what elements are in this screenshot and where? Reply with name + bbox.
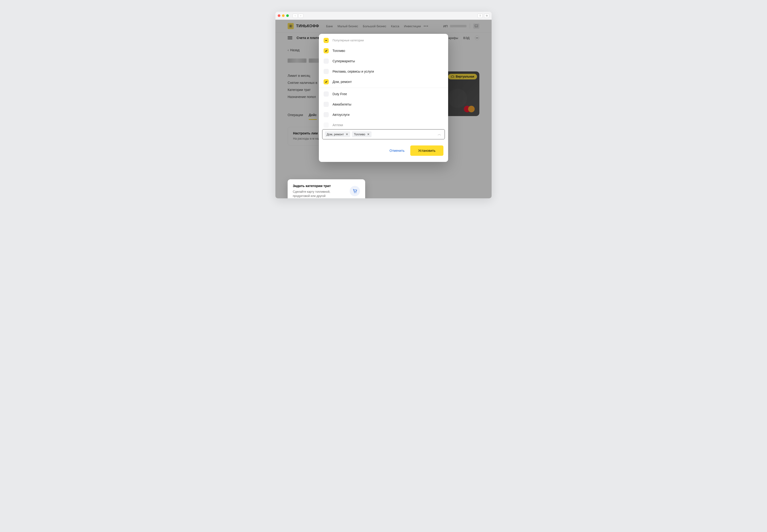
share-icon[interactable]: ⇪ bbox=[477, 14, 483, 18]
checkbox-checked-icon[interactable] bbox=[324, 48, 329, 53]
category-label: Дом, ремонт bbox=[333, 80, 352, 84]
category-label: Топливо bbox=[333, 49, 345, 53]
category-row[interactable]: Автоуслуги bbox=[319, 110, 448, 120]
modal-actions: Отменить Установить bbox=[319, 139, 448, 160]
category-label: Duty Free bbox=[333, 92, 347, 96]
checkbox-icon[interactable] bbox=[324, 69, 329, 74]
category-label: Реклама, сервисы и услуги bbox=[333, 70, 374, 73]
category-row[interactable]: Топливо bbox=[319, 46, 448, 56]
chip-remove-icon[interactable]: ✕ bbox=[367, 133, 370, 136]
group-label: Популярные категории bbox=[333, 39, 364, 42]
chip-label: Дом, ремонт bbox=[327, 133, 344, 136]
nav-back-button[interactable]: ‹ bbox=[293, 14, 298, 18]
minimize-window-button[interactable] bbox=[282, 14, 285, 17]
category-row[interactable]: Duty Free bbox=[319, 89, 448, 99]
category-row[interactable]: Аптеки bbox=[319, 120, 448, 128]
set-categories-card[interactable]: Задать категории трат Сделайте карту топ… bbox=[288, 179, 365, 199]
category-group-header[interactable]: Популярные категории bbox=[319, 35, 448, 46]
titlebar: ‹ › ⇪ ⧉ bbox=[275, 12, 492, 20]
checkbox-checked-icon[interactable] bbox=[324, 79, 329, 84]
tabs-icon[interactable]: ⧉ bbox=[484, 14, 489, 18]
chip: Топливо ✕ bbox=[352, 131, 372, 137]
category-label: Автоуслуги bbox=[333, 113, 349, 117]
categories-modal: Популярные категории Топливо Супермаркет… bbox=[319, 34, 448, 162]
nav-arrows: ‹ › bbox=[293, 14, 303, 18]
maximize-window-button[interactable] bbox=[286, 14, 289, 17]
svg-point-2 bbox=[356, 192, 356, 193]
chip-remove-icon[interactable]: ✕ bbox=[346, 133, 348, 136]
checkbox-icon[interactable] bbox=[324, 59, 329, 64]
selected-chips-input[interactable]: Дом, ремонт ✕ Топливо ✕ ︿ bbox=[322, 129, 445, 139]
checkbox-icon[interactable] bbox=[324, 112, 329, 117]
category-label: Аптеки bbox=[333, 123, 343, 127]
page: ТИНЬКОФФ Банк Малый бизнес Большой бизне… bbox=[275, 20, 492, 198]
shopping-cart-icon bbox=[350, 186, 360, 196]
category-row[interactable]: Авиабилеты bbox=[319, 99, 448, 110]
browser-window: ‹ › ⇪ ⧉ ТИНЬКОФФ Банк Малый бизнес Больш… bbox=[275, 12, 492, 198]
category-row[interactable]: Супермаркеты bbox=[319, 56, 448, 66]
category-row[interactable]: Дом, ремонт bbox=[319, 77, 448, 88]
checkbox-icon[interactable] bbox=[324, 102, 329, 107]
category-row[interactable]: Реклама, сервисы и услуги bbox=[319, 66, 448, 77]
submit-button[interactable]: Установить bbox=[410, 145, 443, 156]
cancel-button[interactable]: Отменить bbox=[388, 146, 406, 155]
chip: Дом, ремонт ✕ bbox=[325, 131, 350, 137]
category-label: Супермаркеты bbox=[333, 59, 355, 63]
chevron-up-icon[interactable]: ︿ bbox=[437, 132, 442, 137]
svg-point-1 bbox=[354, 192, 355, 193]
checkbox-indeterminate-icon[interactable] bbox=[324, 38, 329, 43]
svg-rect-0 bbox=[325, 40, 327, 41]
nav-forward-button[interactable]: › bbox=[298, 14, 303, 18]
close-window-button[interactable] bbox=[278, 14, 280, 17]
category-label: Авиабилеты bbox=[333, 102, 351, 106]
float-card-desc: Сделайте карту топливной, продуктовой ил… bbox=[293, 190, 346, 199]
checkbox-icon[interactable] bbox=[324, 122, 329, 128]
categories-list[interactable]: Популярные категории Топливо Супермаркет… bbox=[319, 34, 448, 128]
checkbox-icon[interactable] bbox=[324, 91, 329, 97]
float-card-title: Задать категории трат bbox=[293, 184, 346, 188]
chip-label: Топливо bbox=[354, 133, 365, 136]
window-controls bbox=[278, 14, 289, 17]
